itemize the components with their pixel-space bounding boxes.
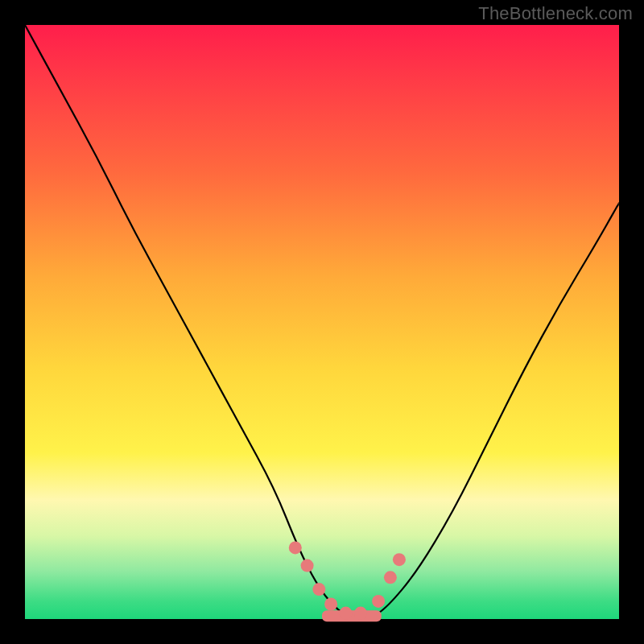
- watermark-text: TheBottleneck.com: [478, 3, 633, 24]
- curve-marker: [289, 541, 302, 554]
- curve-marker: [324, 598, 337, 611]
- curve-marker: [372, 595, 385, 608]
- plot-area: [25, 25, 619, 619]
- curve-marker: [354, 607, 367, 620]
- curve-marker: [393, 553, 406, 566]
- chart-svg: [25, 25, 619, 619]
- curve-marker: [312, 583, 325, 596]
- bottleneck-curve: [25, 25, 619, 619]
- curve-marker: [340, 607, 353, 620]
- curve-marker: [384, 571, 397, 584]
- curve-markers: [289, 541, 406, 619]
- chart-frame: TheBottleneck.com: [0, 0, 644, 644]
- curve-marker: [301, 559, 314, 572]
